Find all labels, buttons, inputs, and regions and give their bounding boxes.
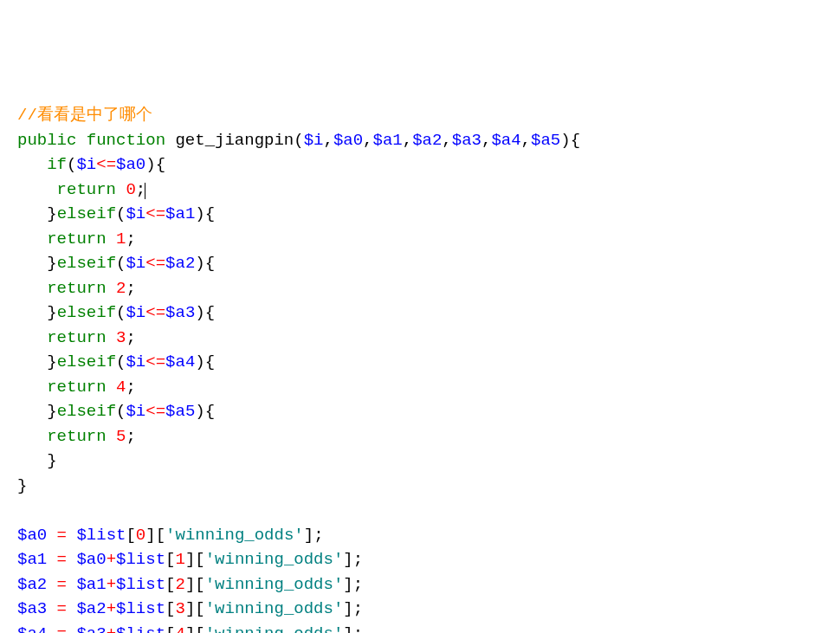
semi: ; xyxy=(353,550,363,569)
fn-name: get_jiangpin xyxy=(175,131,294,150)
semi: ; xyxy=(313,526,323,545)
comma: , xyxy=(403,131,412,150)
op-plus: + xyxy=(107,575,116,594)
code-block: //看看是中了哪个 public function get_jiangpin($… xyxy=(17,103,823,633)
close-bracket: ] xyxy=(185,599,195,618)
open-paren: ( xyxy=(294,131,303,150)
close-paren: ) xyxy=(195,254,204,273)
str-winning: 'winning_odds' xyxy=(165,526,304,545)
var-a1: $a1 xyxy=(17,550,47,569)
semi: ; xyxy=(126,279,135,298)
var-i: $i xyxy=(126,254,145,273)
kw-if: if xyxy=(47,155,67,174)
idx-0: 0 xyxy=(136,526,145,545)
semi: ; xyxy=(353,599,363,618)
close-bracket: ] xyxy=(185,575,195,594)
close-bracket: ] xyxy=(185,550,195,569)
open-paren: ( xyxy=(116,402,126,421)
open-bracket: [ xyxy=(165,550,175,569)
close-bracket: ] xyxy=(343,575,352,594)
open-brace: { xyxy=(205,204,215,223)
open-paren: ( xyxy=(116,204,126,223)
param-a2: $a2 xyxy=(412,131,442,150)
op-le: <= xyxy=(96,155,116,174)
semi: ; xyxy=(126,378,135,397)
close-brace: } xyxy=(47,303,56,322)
open-paren: ( xyxy=(116,352,126,371)
close-bracket: ] xyxy=(304,526,313,545)
var-list: $list xyxy=(116,575,165,594)
comma: , xyxy=(442,131,451,150)
kw-return: return xyxy=(47,229,106,249)
semi: ; xyxy=(126,328,135,347)
kw-elseif: elseif xyxy=(57,254,116,273)
open-paren: ( xyxy=(67,155,76,174)
var-a2: $a2 xyxy=(165,254,195,273)
open-brace: { xyxy=(571,131,580,150)
param-a0: $a0 xyxy=(333,131,363,150)
var-i: $i xyxy=(126,303,145,322)
op-eq: = xyxy=(47,526,76,545)
var-i: $i xyxy=(126,402,145,421)
idx-3: 3 xyxy=(175,599,184,618)
str-winning: 'winning_odds' xyxy=(205,599,344,618)
kw-elseif: elseif xyxy=(57,402,116,421)
ret-3: 3 xyxy=(116,328,126,347)
var-prefix: $a0 xyxy=(76,550,106,569)
str-winning: 'winning_odds' xyxy=(205,575,344,594)
comma: , xyxy=(521,131,531,150)
open-paren: ( xyxy=(116,303,126,322)
close-bracket: ] xyxy=(343,550,352,569)
comma: , xyxy=(363,131,372,150)
fn-sig-prefix: public function xyxy=(17,131,175,150)
var-list: $list xyxy=(116,624,165,634)
close-bracket: ] xyxy=(343,624,352,634)
close-brace: } xyxy=(47,254,56,273)
var-a4: $a4 xyxy=(17,624,47,634)
kw-elseif: elseif xyxy=(57,352,116,371)
var-list: $list xyxy=(76,526,126,545)
op-plus: + xyxy=(107,599,116,618)
close-brace: } xyxy=(47,402,56,421)
open-bracket: [ xyxy=(165,575,175,594)
text-cursor-icon xyxy=(145,183,145,199)
close-bracket: ] xyxy=(145,526,155,545)
kw-return: return xyxy=(47,279,106,298)
param-a4: $a4 xyxy=(491,131,520,150)
close-paren: ) xyxy=(195,352,204,371)
close-paren: ) xyxy=(195,204,204,223)
close-brace: } xyxy=(17,476,27,495)
var-a5: $a5 xyxy=(165,402,195,421)
op-le: <= xyxy=(145,204,165,223)
open-bracket: [ xyxy=(126,526,135,545)
kw-elseif: elseif xyxy=(57,303,116,322)
ret-2: 2 xyxy=(116,279,126,298)
var-i: $i xyxy=(126,352,145,371)
semi: ; xyxy=(353,575,363,594)
open-bracket: [ xyxy=(195,550,204,569)
var-list: $list xyxy=(116,599,165,618)
kw-return: return xyxy=(47,328,106,347)
param-i: $i xyxy=(304,131,324,150)
ret-1: 1 xyxy=(116,229,126,249)
close-paren: ) xyxy=(560,131,570,150)
comma: , xyxy=(323,131,333,150)
semi: ; xyxy=(353,624,363,634)
open-bracket: [ xyxy=(156,526,165,545)
close-paren: ) xyxy=(145,155,155,174)
param-a3: $a3 xyxy=(452,131,481,150)
open-brace: { xyxy=(205,352,215,371)
open-brace: { xyxy=(205,303,215,322)
var-a1: $a1 xyxy=(165,204,195,223)
str-winning: 'winning_odds' xyxy=(205,624,344,634)
open-brace: { xyxy=(156,155,165,174)
op-le: <= xyxy=(145,402,165,421)
open-bracket: [ xyxy=(165,599,175,618)
var-i: $i xyxy=(76,155,96,174)
var-list: $list xyxy=(116,550,165,569)
semi: ; xyxy=(126,427,135,446)
var-a0: $a0 xyxy=(17,526,47,545)
param-a1: $a1 xyxy=(373,131,403,150)
op-le: <= xyxy=(145,254,165,273)
close-bracket: ] xyxy=(343,599,352,618)
